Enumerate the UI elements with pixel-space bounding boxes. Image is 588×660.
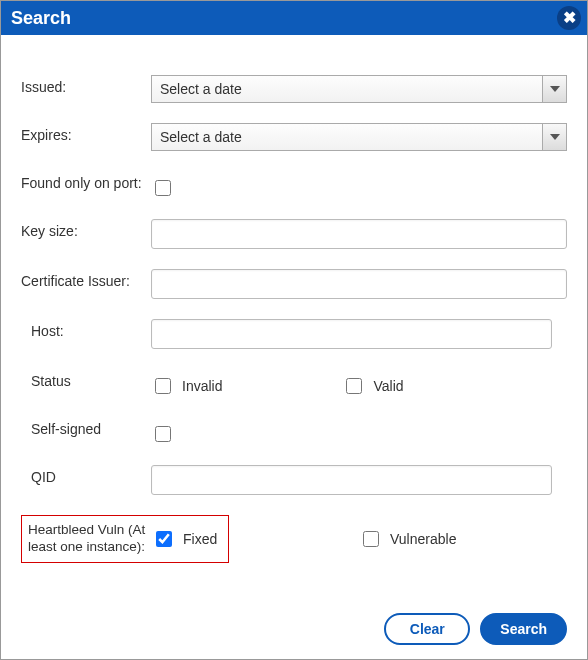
- label-heartbleed: Heartbleed Vuln (At least one instance):: [24, 522, 152, 556]
- close-icon: ✖: [563, 10, 576, 26]
- found-on-port-checkbox[interactable]: [155, 180, 171, 196]
- expires-date-select[interactable]: Select a date: [151, 123, 567, 151]
- issued-date-select[interactable]: Select a date: [151, 75, 567, 103]
- status-valid-label: Valid: [373, 378, 403, 394]
- search-button[interactable]: Search: [480, 613, 567, 645]
- label-host: Host:: [21, 319, 151, 339]
- svg-marker-0: [550, 86, 560, 92]
- row-expires: Expires: Select a date: [21, 123, 567, 151]
- label-qid: QID: [21, 465, 151, 485]
- clear-button-label: Clear: [410, 621, 445, 637]
- chevron-down-icon: [550, 86, 560, 92]
- heartbleed-vulnerable-label: Vulnerable: [390, 531, 456, 547]
- label-cert-issuer: Certificate Issuer:: [21, 269, 151, 289]
- row-qid: QID: [21, 465, 567, 495]
- status-invalid-label: Invalid: [182, 378, 222, 394]
- heartbleed-fixed-checkbox[interactable]: [156, 531, 172, 547]
- status-invalid-group: Invalid: [151, 375, 222, 397]
- heartbleed-highlight-box: Heartbleed Vuln (At least one instance):…: [21, 515, 229, 563]
- row-host: Host:: [21, 319, 567, 349]
- label-issued: Issued:: [21, 75, 151, 95]
- label-expires: Expires:: [21, 123, 151, 143]
- host-input[interactable]: [151, 319, 552, 349]
- label-self-signed: Self-signed: [21, 417, 151, 437]
- issued-date-placeholder: Select a date: [160, 81, 242, 97]
- status-invalid-checkbox[interactable]: [155, 378, 171, 394]
- form-content: Issued: Select a date Expires: Select a …: [1, 35, 587, 573]
- label-key-size: Key size:: [21, 219, 151, 239]
- search-button-label: Search: [500, 621, 547, 637]
- qid-input[interactable]: [151, 465, 552, 495]
- status-valid-group: Valid: [342, 375, 403, 397]
- label-status: Status: [21, 369, 151, 389]
- titlebar: Search ✖: [1, 1, 587, 35]
- chevron-down-icon: [550, 134, 560, 140]
- status-valid-checkbox[interactable]: [346, 378, 362, 394]
- close-button[interactable]: ✖: [557, 6, 581, 30]
- clear-button[interactable]: Clear: [384, 613, 470, 645]
- row-cert-issuer: Certificate Issuer:: [21, 269, 567, 299]
- heartbleed-vulnerable-checkbox[interactable]: [363, 531, 379, 547]
- issued-dropdown-button[interactable]: [542, 76, 566, 102]
- key-size-input[interactable]: [151, 219, 567, 249]
- search-dialog: Search ✖ Issued: Select a date Expires:: [0, 0, 588, 660]
- row-heartbleed: Heartbleed Vuln (At least one instance):…: [21, 515, 567, 563]
- row-key-size: Key size:: [21, 219, 567, 249]
- label-found-on-port: Found only on port:: [21, 171, 151, 191]
- heartbleed-fixed-label: Fixed: [183, 531, 217, 547]
- dialog-title: Search: [11, 8, 71, 29]
- row-issued: Issued: Select a date: [21, 75, 567, 103]
- cert-issuer-input[interactable]: [151, 269, 567, 299]
- heartbleed-vulnerable-group: Vulnerable: [359, 528, 456, 550]
- heartbleed-fixed-group: Fixed: [152, 528, 217, 550]
- self-signed-checkbox[interactable]: [155, 426, 171, 442]
- row-status: Status Invalid Valid: [21, 369, 567, 397]
- expires-date-placeholder: Select a date: [160, 129, 242, 145]
- expires-dropdown-button[interactable]: [542, 124, 566, 150]
- svg-marker-1: [550, 134, 560, 140]
- row-self-signed: Self-signed: [21, 417, 567, 445]
- dialog-footer: Clear Search: [384, 613, 567, 645]
- row-found-on-port: Found only on port:: [21, 171, 567, 199]
